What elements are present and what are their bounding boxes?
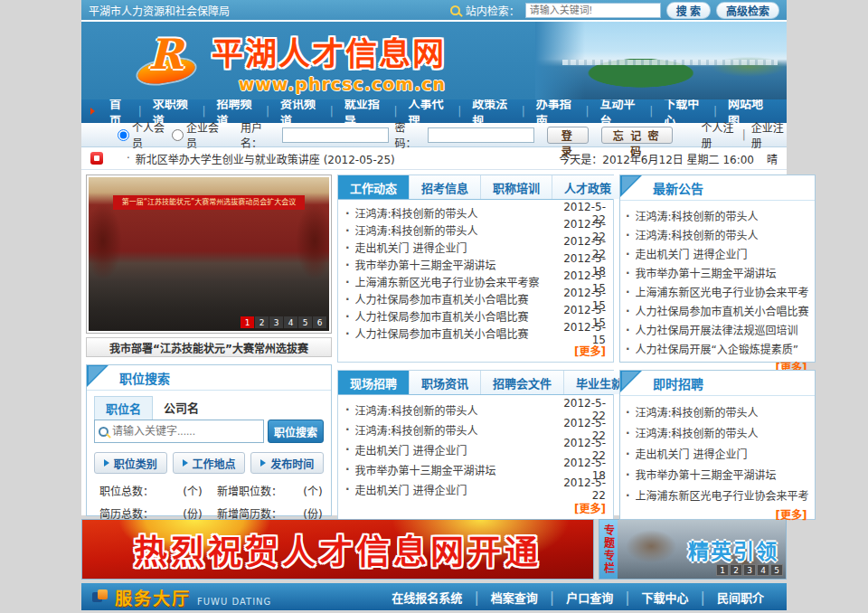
register-separator: | (742, 128, 746, 141)
news-tab[interactable]: 人才政策 (552, 175, 624, 199)
company-register-link[interactable]: 企业注册 (751, 119, 787, 150)
personal-member-radio[interactable] (118, 129, 129, 141)
ticker-bullet-icon: · (127, 152, 130, 165)
arrow-right-icon (104, 459, 109, 467)
news-tab[interactable]: 职称培训 (481, 175, 552, 199)
service-link-item: 户口查询 (554, 589, 629, 606)
special-page-button[interactable]: 5 (770, 564, 783, 576)
list-item[interactable]: 人力社保局开展法律法规巡回培训 (626, 320, 809, 339)
list-item[interactable]: 人力社保局开展“入企锻炼提素质” (626, 339, 809, 358)
personal-register-link[interactable]: 个人注册 (702, 119, 737, 150)
tab-company-name[interactable]: 公司名 (153, 396, 210, 420)
news-tab[interactable]: 工作动态 (338, 175, 410, 199)
list-item[interactable]: 汪鸿涛:科技创新的带头人 (626, 401, 809, 422)
service-link[interactable]: 档案查询 (479, 589, 550, 606)
more-link[interactable]: [更多] (338, 499, 613, 517)
list-item[interactable]: 人力社保局参加市直机关小合唱比赛 2012-5-15 (345, 325, 606, 342)
list-item[interactable]: 汪鸿涛:科技创新的带头人 (626, 225, 809, 244)
news-title: 汪鸿涛:科技创新的带头人 (355, 222, 552, 238)
list-item[interactable]: 上海浦东新区光电子行业协会来平考 (626, 282, 809, 301)
news-tab[interactable]: 招考信息 (410, 175, 481, 199)
service-link[interactable]: 下载中心 (630, 589, 701, 606)
job-search-tabs: 职位名 公司名 (94, 396, 324, 420)
service-link[interactable]: 在线报名系统 (380, 589, 474, 606)
job-title: 我市举办第十三期金平湖讲坛 (636, 467, 809, 482)
site-search-input[interactable] (525, 3, 661, 18)
filter-label: 职位类别 (114, 456, 157, 471)
news-title: 人力社保局参加市直机关小合唱比赛 (355, 325, 552, 341)
photo-page-button[interactable]: 2 (255, 316, 269, 328)
logo-letter: R (148, 30, 183, 79)
job-stats: 职位总数：(个) 新增职位数：(个) 简历总数：(份) 新增简历数：(份) (94, 483, 324, 521)
news-title: 汪鸿涛:科技创新的带头人 (355, 402, 552, 418)
photo-page-button[interactable]: 6 (313, 316, 326, 328)
service-link-item: 民间职介 (705, 589, 776, 606)
personal-member-label: 个人会员 (132, 119, 166, 150)
company-member-radio[interactable] (172, 129, 184, 141)
service-link[interactable]: 民间职介 (705, 589, 776, 606)
work-news-tabs: 工作动态招考信息职称培训人才政策 (338, 175, 613, 200)
today-date: 今天是：2012年6月12日 星期二 16:00 (559, 151, 754, 166)
list-item[interactable]: 走出机关门 进得企业门 2012-5-22 (345, 479, 606, 499)
job-filters: 职位类别 工作地点 发布时间 (94, 452, 324, 474)
announcement-title: 汪鸿涛:科技创新的带头人 (636, 227, 809, 242)
photo-page-button[interactable]: 5 (298, 316, 312, 328)
list-item[interactable]: 我市举办第十三期金平湖讲坛 (626, 263, 809, 282)
news-title: 走出机关门 进得企业门 (355, 482, 552, 497)
photo-page-button[interactable]: 4 (284, 316, 297, 328)
tab-position-name[interactable]: 职位名 (94, 396, 153, 420)
job-title: 汪鸿涛:科技创新的带头人 (636, 404, 809, 420)
news-title: 汪鸿涛:科技创新的带头人 (355, 205, 552, 221)
news-tab[interactable]: 招聘会文件 (481, 371, 564, 394)
list-item[interactable]: 走出机关门 进得企业门 (626, 443, 809, 464)
celebration-banner[interactable]: 热烈祝贺人才信息网开通 (81, 519, 594, 580)
news-title: 我市举办第十三期金平湖讲坛 (355, 462, 552, 477)
list-item[interactable]: 汪鸿涛:科技创新的带头人 (626, 422, 809, 443)
filter-button[interactable]: 发布时间 (250, 452, 324, 474)
news-title: 人力社保局参加市直机关小合唱比赛 (355, 291, 552, 306)
advanced-search-button[interactable]: 高级检索 (716, 2, 779, 19)
login-button[interactable]: 登 录 (547, 127, 589, 144)
announcement-title: 人力社保局开展法律法规巡回培训 (636, 322, 809, 337)
announcements-panel: 最新公告 汪鸿涛:科技创新的带头人汪鸿涛:科技创新的带头人走出机关门 进得企业门… (619, 174, 816, 363)
photo-page-button[interactable]: 3 (269, 316, 283, 328)
member-type-personal[interactable]: 个人会员 (118, 119, 166, 150)
job-title: 走出机关门 进得企业门 (636, 446, 809, 461)
service-hall-subtitle: FUWU DATING (197, 597, 271, 607)
corner-fold-icon (87, 365, 108, 387)
special-page-button[interactable]: 3 (743, 564, 756, 576)
photo-page-button[interactable]: 1 (241, 316, 254, 328)
list-item[interactable]: 汪鸿涛:科技创新的带头人 (626, 206, 809, 225)
special-page-button[interactable]: 2 (730, 564, 742, 576)
news-tab[interactable]: 职场资讯 (410, 371, 481, 394)
news-tab[interactable]: 现场招聘 (338, 371, 410, 394)
password-field[interactable] (428, 127, 534, 143)
keyword-input[interactable] (112, 425, 259, 438)
ticker-news-link[interactable]: 新北区举办大学生创业与就业政策讲座 (2012-05-25) (136, 151, 560, 166)
news-title: 上海浦东新区光电子行业协会来平考察 (355, 274, 552, 289)
list-item[interactable]: 我市举办第十三期金平湖讲坛 (626, 464, 809, 485)
list-item[interactable]: 上海浦东新区光电子行业协会来平考 (626, 485, 809, 505)
site-search-button[interactable]: 搜 索 (666, 2, 711, 19)
service-link[interactable]: 户口查询 (554, 589, 625, 606)
member-type-company[interactable]: 企业会员 (172, 119, 221, 150)
featured-photo[interactable]: 第一届“江苏技能状元”大赛常州选拔赛动员会扩大会议 123456 (86, 174, 332, 334)
celebration-banner-text: 热烈祝贺人才信息网开通 (82, 525, 593, 574)
announcements-list: 汪鸿涛:科技创新的带头人汪鸿涛:科技创新的带头人走出机关门 进得企业门我市举办第… (620, 201, 815, 358)
username-field[interactable] (282, 127, 389, 143)
filter-button[interactable]: 职位类别 (94, 452, 167, 474)
list-item[interactable]: 人力社保局参加市直机关小合唱比赛 (626, 301, 809, 320)
special-page-button[interactable]: 4 (757, 564, 769, 576)
register-links: 个人注册 | 企业注册 (702, 119, 787, 150)
main-content: 第一届“江苏技能状元”大赛常州选拔赛动员会扩大会议 123456 我市部署“江苏… (81, 170, 787, 515)
photo-caption-link[interactable]: 我市部署“江苏技能状元”大赛常州选拔赛 (86, 337, 332, 357)
job-search-button[interactable]: 职位搜索 (268, 420, 324, 443)
banner-row: 热烈祝贺人才信息网开通 专题专栏 精英引领 12345 (81, 519, 787, 580)
forgot-password-button[interactable]: 忘 记 密 码 (601, 127, 673, 144)
news-ticker: · 新北区举办大学生创业与就业政策讲座 (2012-05-25) 今天是：201… (81, 147, 787, 170)
list-item[interactable]: 走出机关门 进得企业门 (626, 244, 809, 263)
special-page-button[interactable]: 1 (716, 564, 729, 576)
job-search-header: 职位搜索 (87, 365, 331, 391)
special-column-banner[interactable]: 专题专栏 精英引领 12345 (599, 519, 787, 580)
filter-button[interactable]: 工作地点 (173, 452, 246, 474)
